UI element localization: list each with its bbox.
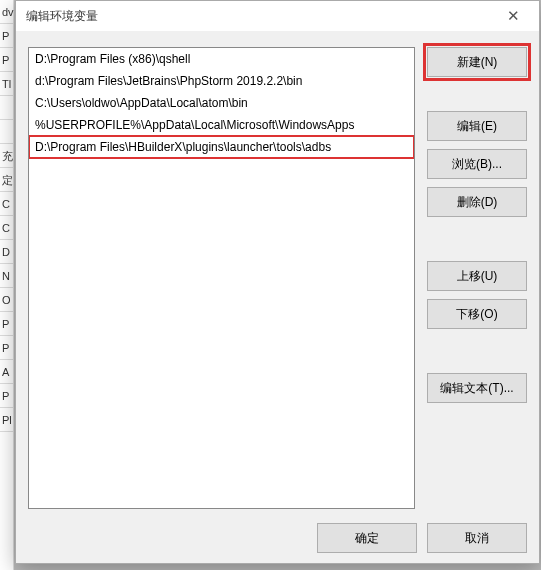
edit-text-button[interactable]: 编辑文本(T)... <box>427 373 527 403</box>
background-cell: dv <box>0 0 14 24</box>
path-list-item[interactable]: d:\Program Files\JetBrains\PhpStorm 2019… <box>29 70 414 92</box>
background-cell: O <box>0 288 14 312</box>
move-up-button[interactable]: 上移(U) <box>427 261 527 291</box>
close-icon: ✕ <box>507 7 520 25</box>
background-cell: D <box>0 240 14 264</box>
background-cell: 定 <box>0 168 14 192</box>
path-list-item[interactable]: C:\Users\oldwo\AppData\Local\atom\bin <box>29 92 414 114</box>
titlebar: 编辑环境变量 ✕ <box>16 1 539 31</box>
background-cell: A <box>0 360 14 384</box>
background-cell: P <box>0 24 14 48</box>
ok-button[interactable]: 确定 <box>317 523 417 553</box>
path-list-item[interactable]: D:\Program Files\HBuilderX\plugins\launc… <box>29 136 414 158</box>
background-cell: C <box>0 216 14 240</box>
background-cell: P <box>0 384 14 408</box>
background-cell: C <box>0 192 14 216</box>
dialog-footer: 确定 取消 <box>28 509 527 553</box>
background-cell: 充 <box>0 144 14 168</box>
dialog-title: 编辑环境变量 <box>26 8 98 25</box>
background-cell <box>0 96 14 120</box>
background-cell: N <box>0 264 14 288</box>
button-column: 新建(N) 编辑(E) 浏览(B)... 删除(D) 上移(U) 下移(O) 编… <box>427 47 527 509</box>
edit-button[interactable]: 编辑(E) <box>427 111 527 141</box>
new-button[interactable]: 新建(N) <box>427 47 527 77</box>
env-var-dialog: 编辑环境变量 ✕ D:\Program Files (x86)\qshelld:… <box>15 0 540 564</box>
move-down-button[interactable]: 下移(O) <box>427 299 527 329</box>
background-cell: P <box>0 336 14 360</box>
path-list-item[interactable]: %USERPROFILE%\AppData\Local\Microsoft\Wi… <box>29 114 414 136</box>
background-cell: Pl <box>0 408 14 432</box>
close-button[interactable]: ✕ <box>493 2 533 30</box>
path-list-item[interactable]: D:\Program Files (x86)\qshell <box>29 48 414 70</box>
background-cell <box>0 120 14 144</box>
background-cell: P <box>0 312 14 336</box>
background-cell: Tl <box>0 72 14 96</box>
delete-button[interactable]: 删除(D) <box>427 187 527 217</box>
path-list[interactable]: D:\Program Files (x86)\qshelld:\Program … <box>28 47 415 509</box>
background-cell: P <box>0 48 14 72</box>
cancel-button[interactable]: 取消 <box>427 523 527 553</box>
browse-button[interactable]: 浏览(B)... <box>427 149 527 179</box>
